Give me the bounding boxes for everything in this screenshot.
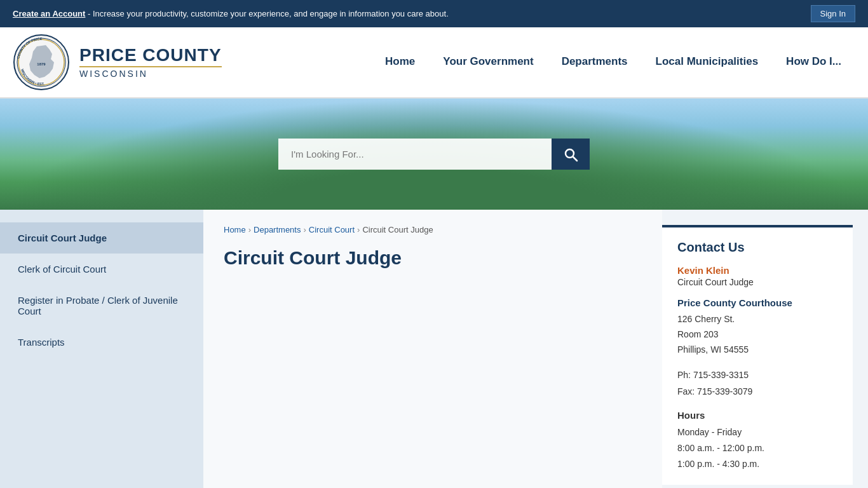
nav-local-municipalities[interactable]: Local Municipalities — [642, 49, 773, 76]
contact-hours-line3: 1:00 p.m. - 4:30 p.m. — [677, 456, 837, 472]
sidebar-item-transcripts[interactable]: Transcripts — [0, 327, 203, 358]
page-title: Circuit Court Judge — [224, 247, 642, 269]
banner-text: - Increase your productivity, customize … — [88, 9, 449, 18]
banner-message: Create an Account - Increase your produc… — [13, 9, 449, 18]
nav-your-government[interactable]: Your Government — [429, 49, 547, 76]
contact-title: Contact Us — [677, 240, 837, 255]
sidebar-item-circuit-court-judge[interactable]: Circuit Court Judge — [0, 222, 203, 254]
contact-hours-line2: 8:00 a.m. - 12:00 p.m. — [677, 440, 837, 456]
breadcrumb-circuit-court[interactable]: Circuit Court — [309, 225, 355, 234]
county-name: PRICE COUNTY WISCONSIN — [79, 46, 222, 79]
main-nav: Home Your Government Departments Local M… — [371, 49, 855, 76]
contact-role: Circuit Court Judge — [677, 277, 837, 287]
county-seal: 1879 COUNTY OF PRICE WISCONSIN • EST. — [13, 34, 70, 91]
contact-address-line3: Phillips, WI 54555 — [677, 342, 837, 358]
nav-home[interactable]: Home — [371, 49, 429, 76]
contact-name[interactable]: Kevin Klein — [677, 265, 837, 276]
breadcrumb: Home › Departments › Circuit Court › Cir… — [224, 225, 642, 234]
svg-line-7 — [573, 156, 578, 161]
contact-hours-line1: Monday - Friday — [677, 424, 837, 440]
search-input[interactable] — [278, 139, 552, 170]
contact-panel: Contact Us Kevin Klein Circuit Court Jud… — [662, 225, 853, 485]
content-area: Home › Departments › Circuit Court › Cir… — [203, 210, 662, 488]
hero-banner — [0, 98, 868, 210]
breadcrumb-sep-1: › — [248, 225, 251, 234]
contact-phone: Ph: 715-339-3315 — [677, 367, 837, 383]
contact-address: 126 Cherry St. Room 203 Phillips, WI 545… — [677, 312, 837, 357]
content-and-contact: Home › Departments › Circuit Court › Cir… — [203, 210, 868, 488]
search-button[interactable] — [552, 139, 590, 170]
breadcrumb-current: Circuit Court Judge — [362, 225, 433, 234]
breadcrumb-sep-3: › — [357, 225, 360, 234]
breadcrumb-sep-2: › — [303, 225, 306, 234]
county-name-sub: WISCONSIN — [79, 66, 222, 79]
contact-address-line1: 126 Cherry St. — [677, 312, 837, 327]
search-bar — [278, 139, 590, 170]
contact-fax: Fax: 715-339-3079 — [677, 384, 837, 400]
logo-area: 1879 COUNTY OF PRICE WISCONSIN • EST. PR… — [13, 34, 222, 91]
breadcrumb-departments[interactable]: Departments — [254, 225, 301, 234]
contact-hours: Monday - Friday 8:00 a.m. - 12:00 p.m. 1… — [677, 424, 837, 473]
contact-phone-info: Ph: 715-339-3315 Fax: 715-339-3079 — [677, 367, 837, 399]
county-name-main: PRICE COUNTY — [79, 46, 222, 65]
breadcrumb-home[interactable]: Home — [224, 225, 246, 234]
contact-address-line2: Room 203 — [677, 327, 837, 342]
top-banner: Create an Account - Increase your produc… — [0, 0, 868, 27]
sign-in-button[interactable]: Sign In — [811, 5, 855, 22]
nav-how-do-i[interactable]: How Do I... — [772, 49, 855, 76]
contact-organization: Price County Courthouse — [677, 297, 837, 308]
sidebar: Circuit Court Judge Clerk of Circuit Cou… — [0, 210, 203, 488]
sidebar-item-register-in-probate[interactable]: Register in Probate / Clerk of Juvenile … — [0, 285, 203, 327]
header: 1879 COUNTY OF PRICE WISCONSIN • EST. PR… — [0, 27, 868, 98]
nav-departments[interactable]: Departments — [548, 49, 642, 76]
create-account-link[interactable]: Create an Account — [13, 9, 85, 18]
main-content: Circuit Court Judge Clerk of Circuit Cou… — [0, 210, 868, 488]
sidebar-item-clerk-of-circuit-court[interactable]: Clerk of Circuit Court — [0, 254, 203, 285]
search-icon — [563, 147, 578, 162]
svg-text:1879: 1879 — [37, 62, 46, 66]
contact-hours-title: Hours — [677, 410, 837, 421]
